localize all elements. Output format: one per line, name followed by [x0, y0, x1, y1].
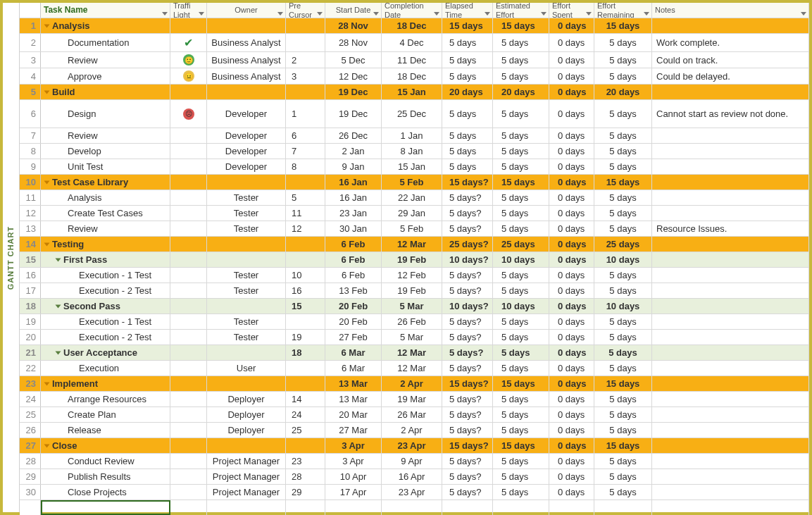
task-name-cell[interactable]: Second Pass — [41, 299, 170, 314]
filter-icon[interactable] — [373, 12, 379, 15]
task-name-cell[interactable]: Design — [41, 100, 170, 128]
table-row[interactable]: 15First Pass6 Feb19 Feb10 days?10 days0 … — [20, 252, 809, 268]
task-name-cell[interactable]: Analysis — [41, 190, 170, 205]
collapse-icon[interactable] — [45, 440, 52, 451]
task-name-cell[interactable]: Create Plan — [41, 407, 170, 422]
table-row[interactable]: 26ReleaseDeployer2527 Mar2 Apr5 days?5 d… — [20, 423, 809, 438]
task-name-cell[interactable]: Testing — [41, 237, 170, 252]
task-name-cell[interactable]: Create Test Cases — [41, 206, 170, 221]
filter-icon[interactable] — [434, 12, 439, 15]
table-row[interactable]: 29Publish ResultsProject Manager2810 Apr… — [20, 469, 809, 485]
table-row[interactable]: 9Unit TestDeveloper89 Jan15 Jan5 days5 d… — [20, 159, 809, 175]
estimated-cell: 5 days — [493, 361, 549, 376]
collapse-icon[interactable] — [45, 239, 52, 249]
task-name-cell[interactable]: Implement — [41, 376, 170, 391]
table-row[interactable]: 23Implement13 Mar2 Apr15 days?15 days0 d… — [20, 376, 809, 392]
filter-icon[interactable] — [586, 12, 592, 15]
task-name-cell[interactable]: Documentation — [41, 34, 170, 51]
table-row[interactable]: 16Execution - 1 TestTester106 Feb12 Feb5… — [20, 268, 809, 283]
spent-cell: 0 days — [549, 485, 594, 500]
header-startdate[interactable]: Start Date — [325, 3, 382, 18]
header-elapsed[interactable]: Elapsed Time — [442, 3, 493, 18]
table-row[interactable]: 14Testing6 Feb12 Mar25 days?25 days0 day… — [20, 237, 809, 252]
task-name-cell[interactable]: Build — [41, 85, 170, 99]
table-row[interactable]: 12Create Test CasesTester1123 Jan29 Jan5… — [20, 206, 809, 221]
collapse-icon[interactable] — [56, 254, 63, 265]
filter-icon[interactable] — [162, 12, 168, 15]
filter-icon[interactable] — [801, 12, 806, 15]
collapse-icon[interactable] — [45, 20, 52, 31]
task-name-cell[interactable]: Unit Test — [41, 159, 170, 174]
collapse-icon[interactable] — [45, 87, 52, 97]
task-name-cell[interactable]: Execution - 1 Test — [41, 268, 170, 283]
remaining-cell: 5 days — [594, 361, 652, 376]
task-name-cell[interactable]: Arrange Resources — [41, 392, 170, 407]
header-notes[interactable]: Notes — [652, 3, 809, 18]
filter-icon[interactable] — [199, 12, 204, 15]
table-row[interactable]: 30Close ProjectsProject Manager2917 Apr2… — [20, 485, 809, 500]
filter-icon[interactable] — [485, 12, 490, 15]
task-name-cell[interactable]: Review — [41, 221, 170, 236]
task-name-cell[interactable]: Execution - 2 Test — [41, 283, 170, 298]
task-name-cell[interactable]: Execution — [41, 361, 170, 376]
task-name-cell[interactable]: Develop — [41, 144, 170, 159]
table-row[interactable]: 20Execution - 2 TestTester1927 Feb5 Mar5… — [20, 330, 809, 345]
table-row[interactable]: 17Execution - 2 TestTester1613 Feb19 Feb… — [20, 283, 809, 299]
task-name-cell[interactable]: Analysis — [41, 18, 170, 33]
filter-icon[interactable] — [277, 12, 283, 15]
filter-icon[interactable] — [541, 12, 546, 15]
table-row[interactable]: 7ReviewDeveloper626 Dec1 Jan5 days5 days… — [20, 128, 809, 144]
task-name-cell[interactable]: Review — [41, 128, 170, 143]
precursor-cell: 6 — [286, 128, 325, 143]
task-name-cell[interactable]: Close Projects — [41, 485, 170, 500]
spent-cell: 0 days — [549, 34, 594, 51]
task-name-cell[interactable]: Test Case Library — [41, 175, 170, 190]
table-row[interactable]: 21User Acceptance186 Mar12 Mar5 days?5 d… — [20, 345, 809, 361]
collapse-icon[interactable] — [45, 378, 52, 389]
header-estimated[interactable]: Estimated Effort — [493, 3, 549, 18]
table-row[interactable]: 4Approve😐Business Analyst312 Dec18 Dec5 … — [20, 68, 809, 85]
table-row[interactable]: 8DevelopDeveloper72 Jan8 Jan5 days5 days… — [20, 144, 809, 159]
task-name-cell[interactable]: Review — [41, 52, 170, 68]
table-row[interactable]: 5Build19 Dec15 Jan20 days20 days0 days20… — [20, 85, 809, 100]
task-name-cell[interactable]: Approve — [41, 68, 170, 84]
task-name-cell[interactable]: Publish Results — [41, 469, 170, 484]
task-name-cell[interactable]: Execution - 2 Test — [41, 330, 170, 345]
task-name-cell[interactable]: First Pass — [41, 252, 170, 267]
header-light[interactable]: Traffi Light — [170, 3, 207, 18]
active-cell[interactable] — [41, 500, 170, 515]
task-name-cell[interactable]: Close — [41, 438, 170, 453]
table-row[interactable]: 10Test Case Library16 Jan5 Feb15 days?15… — [20, 175, 809, 190]
table-row[interactable]: 18Second Pass1520 Feb5 Mar10 days?10 day… — [20, 299, 809, 314]
task-name-cell[interactable]: Release — [41, 423, 170, 438]
table-row[interactable]: 13ReviewTester1230 Jan5 Feb5 days?5 days… — [20, 221, 809, 237]
filter-icon[interactable] — [644, 12, 649, 15]
header-owner[interactable]: Owner — [207, 3, 286, 18]
header-task[interactable]: Task Name — [41, 3, 170, 18]
table-row[interactable]: 24Arrange ResourcesDeployer1413 Mar19 Ma… — [20, 392, 809, 407]
collapse-icon[interactable] — [56, 301, 63, 311]
table-row[interactable]: 3Review🙂Business Analyst25 Dec11 Dec5 da… — [20, 52, 809, 68]
task-name-cell[interactable]: User Acceptance — [41, 345, 170, 360]
table-row[interactable]: 2Documentation✔Business Analyst28 Nov4 D… — [20, 34, 809, 52]
table-row[interactable]: 1Analysis28 Nov18 Dec15 days15 days0 day… — [20, 18, 809, 34]
remaining-cell: 5 days — [594, 407, 652, 422]
table-row[interactable]: 28Conduct ReviewProject Manager233 Apr9 … — [20, 454, 809, 469]
header-precursor[interactable]: Pre Cursor — [286, 3, 325, 18]
table-row[interactable]: 19Execution - 1 TestTester20 Feb26 Feb5 … — [20, 314, 809, 330]
task-name-cell[interactable]: Execution - 1 Test — [41, 314, 170, 329]
header-spent[interactable]: Effort Spent — [549, 3, 594, 18]
table-row[interactable]: 6Design☹Developer119 Dec25 Dec5 days5 da… — [20, 100, 809, 128]
completiondate-cell: 1 Jan — [382, 128, 442, 143]
filter-icon[interactable] — [317, 12, 323, 15]
table-row[interactable]: 25Create PlanDeployer2420 Mar26 Mar5 day… — [20, 407, 809, 423]
task-name-cell[interactable]: Conduct Review — [41, 454, 170, 469]
empty-row[interactable] — [20, 500, 809, 515]
collapse-icon[interactable] — [45, 177, 52, 187]
table-row[interactable]: 22ExecutionUser6 Mar12 Mar5 days?5 days0… — [20, 361, 809, 376]
collapse-icon[interactable] — [56, 347, 63, 358]
header-remaining[interactable]: Effort Remaining — [594, 3, 652, 18]
table-row[interactable]: 11AnalysisTester516 Jan22 Jan5 days?5 da… — [20, 190, 809, 206]
header-completiondate[interactable]: Completion Date — [382, 3, 442, 18]
table-row[interactable]: 27Close3 Apr23 Apr15 days?15 days0 days1… — [20, 438, 809, 454]
